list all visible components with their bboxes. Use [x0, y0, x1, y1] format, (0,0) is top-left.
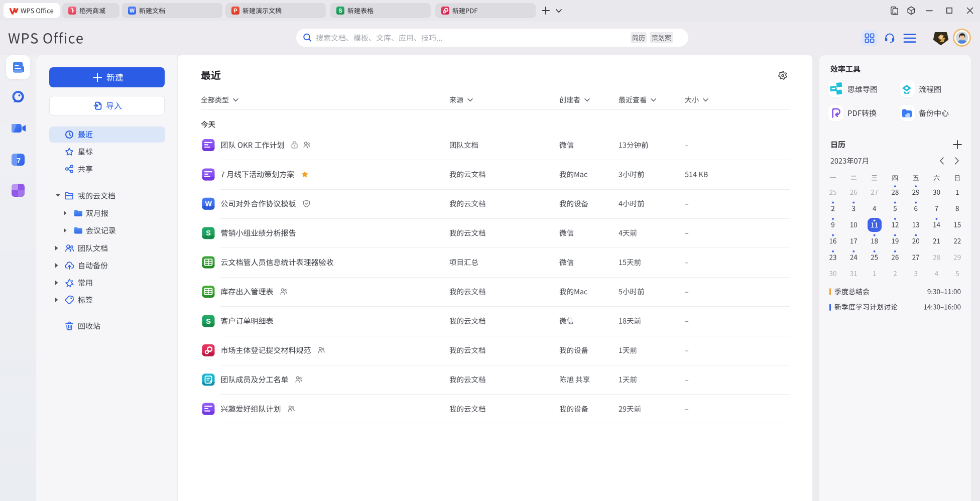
svg-text:S: S [206, 317, 210, 325]
svg-text:P: P [233, 8, 237, 14]
svg-text:S: S [338, 8, 342, 14]
svg-text:W: W [130, 8, 135, 14]
svg-text:S: S [206, 229, 210, 237]
svg-text:7: 7 [17, 157, 21, 165]
svg-text:W: W [205, 200, 212, 208]
